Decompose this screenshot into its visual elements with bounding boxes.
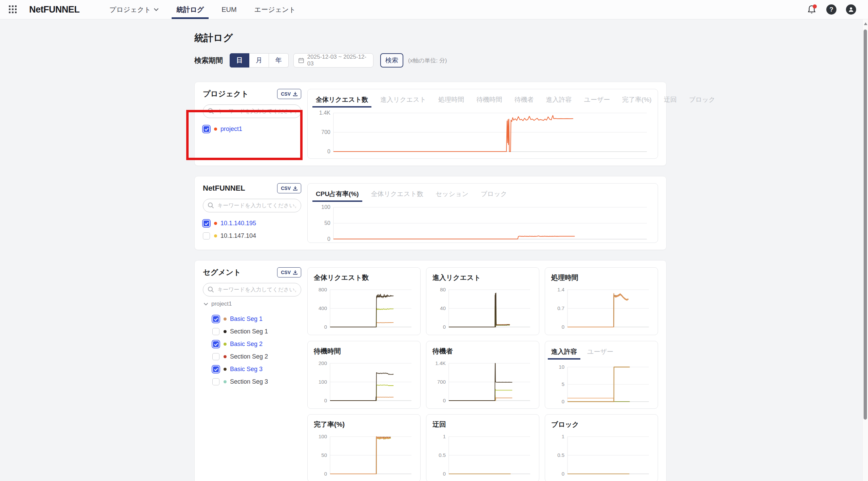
segment-chart-card-waiting-users: 待機者 07001.4K — [426, 341, 539, 409]
segment-list-item[interactable]: Section Seg 1 — [212, 325, 301, 338]
series-color-dot — [224, 318, 227, 321]
tab-block[interactable]: ブロック — [689, 94, 715, 110]
segment-list-column: セグメント CSV project1 Basic Seg 1 — [203, 267, 301, 481]
segment-chart-card-process-time: 処理時間 00.71.4 — [545, 267, 658, 335]
nav-item-eum[interactable]: EUM — [221, 0, 236, 19]
nav-item-label: エージェント — [254, 5, 296, 14]
date-range-value: 2025-12-03 ~ 2025-12-03 — [307, 54, 368, 67]
tab-wait-time[interactable]: 待機時間 — [476, 94, 502, 110]
period-month-button[interactable]: 月 — [249, 53, 269, 68]
tab-total-requests[interactable]: 全体リクエスト数 — [371, 188, 423, 204]
tab-session[interactable]: セッション — [436, 188, 468, 204]
segment-list-item[interactable]: Basic Seg 1 — [212, 313, 301, 325]
segment-chart-card-total-requests: 全体リクエスト数 0400800 — [307, 267, 421, 335]
checkbox-checked[interactable] — [203, 220, 210, 227]
svg-text:1.4K: 1.4K — [435, 360, 446, 366]
project-chart-tabs: 全体リクエスト数 進入リクエスト 処理時間 待機時間 待機者 進入許容 ユーザー… — [316, 94, 650, 110]
segment-search-input[interactable] — [203, 283, 301, 296]
chart-title: 進入リクエスト — [432, 273, 533, 282]
segment-chart-card-completion-rate: 完了率(%) 050100 — [307, 414, 421, 481]
tab-total-requests[interactable]: 全体リクエスト数 — [316, 94, 368, 110]
checkbox-unchecked[interactable] — [203, 232, 210, 239]
search-icon — [208, 202, 214, 209]
server-label: 10.1.140.195 — [220, 220, 256, 227]
svg-text:100: 100 — [319, 434, 327, 439]
tab-entry-allowed[interactable]: 進入許容 — [551, 347, 577, 361]
segment-chart-card-block: ブロック 00.51 — [545, 414, 658, 481]
checkbox-checked[interactable] — [212, 366, 219, 373]
series-color-dot — [224, 343, 227, 346]
tab-process-time[interactable]: 処理時間 — [438, 94, 464, 110]
netfunnel-csv-download-button[interactable]: CSV — [277, 183, 301, 193]
csv-label: CSV — [281, 91, 291, 97]
search-icon — [208, 108, 214, 114]
tab-users[interactable]: ユーザー — [587, 347, 613, 361]
tab-bypass[interactable]: 迂回 — [664, 94, 677, 110]
project-chart-card: 全体リクエスト数 進入リクエスト 処理時間 待機時間 待機者 進入許容 ユーザー… — [307, 89, 658, 159]
nav-item-statistics-log[interactable]: 統計ログ — [176, 0, 204, 19]
checkbox-checked[interactable] — [203, 126, 210, 133]
project-search-input[interactable] — [203, 104, 301, 118]
notifications-bell-icon[interactable] — [806, 4, 817, 15]
date-range-input[interactable]: 2025-12-03 ~ 2025-12-03 — [293, 53, 373, 68]
segment-chart-card-entry-allowed: 進入許容 ユーザー 0510 — [545, 341, 658, 409]
search-button[interactable]: 検索 — [380, 53, 403, 68]
segment-label: Section Seg 1 — [230, 328, 268, 335]
search-period-row: 検索期間 日 月 年 2025-12-03 ~ 2025-12-03 検索 (x… — [194, 53, 667, 68]
checkbox-unchecked[interactable] — [212, 378, 219, 385]
segment-csv-download-button[interactable]: CSV — [277, 267, 301, 277]
scrollbar-thumb[interactable] — [864, 30, 867, 420]
scrollbar-up-arrow[interactable] — [864, 22, 867, 25]
period-day-button[interactable]: 日 — [230, 53, 249, 68]
chart-title: 処理時間 — [551, 273, 652, 282]
nav-item-label: プロジェクト — [110, 5, 151, 14]
download-icon — [293, 92, 297, 96]
checkbox-checked[interactable] — [212, 341, 219, 348]
checkbox-unchecked[interactable] — [212, 353, 219, 360]
search-period-label: 検索期間 — [194, 56, 223, 65]
svg-text:80: 80 — [440, 287, 446, 292]
account-icon[interactable] — [846, 4, 856, 15]
segment-tree-parent[interactable]: project1 — [204, 301, 301, 307]
svg-text:0: 0 — [562, 399, 564, 404]
series-color-dot — [214, 128, 217, 131]
project-list-column: プロジェクト CSV project1 — [203, 89, 301, 159]
nav-item-project[interactable]: プロジェクト — [110, 0, 159, 19]
help-icon[interactable]: ? — [826, 4, 837, 15]
tab-users[interactable]: ユーザー — [584, 94, 610, 110]
entry-allowed-tabs: 進入許容 ユーザー — [551, 347, 652, 361]
tab-cpu-usage[interactable]: CPU占有率(%) — [316, 188, 359, 204]
page-scrollbar[interactable] — [862, 19, 868, 481]
netfunnel-chart-card: CPU占有率(%) 全体リクエスト数 セッション ブロック 050100 — [307, 183, 658, 243]
csv-label: CSV — [281, 186, 291, 191]
svg-text:40: 40 — [440, 305, 446, 311]
segment-list-item[interactable]: Basic Seg 3 — [212, 363, 301, 376]
nav-item-agent[interactable]: エージェント — [254, 0, 296, 19]
segment-list-item[interactable]: Section Seg 3 — [212, 376, 301, 388]
project-list-item[interactable]: project1 — [203, 123, 301, 135]
tab-entry-allowed[interactable]: 進入許容 — [546, 94, 572, 110]
checkbox-unchecked[interactable] — [212, 328, 219, 335]
tab-entry-requests[interactable]: 進入リクエスト — [380, 94, 426, 110]
netfunnel-list-item[interactable]: 10.1.140.195 — [203, 217, 301, 230]
checkbox-checked[interactable] — [212, 315, 219, 323]
series-color-dot — [224, 368, 227, 371]
svg-text:5: 5 — [562, 381, 564, 387]
tab-waiting-users[interactable]: 待機者 — [514, 94, 534, 110]
project-csv-download-button[interactable]: CSV — [277, 89, 301, 99]
segment-list-item[interactable]: Basic Seg 2 — [212, 338, 301, 350]
netfunnel-search-input[interactable] — [203, 199, 301, 212]
tab-completion-rate[interactable]: 完了率(%) — [622, 94, 652, 110]
segment-wait-time-chart: 0100200 — [314, 360, 414, 405]
segment-label: Basic Seg 1 — [230, 315, 263, 323]
netfunnel-list-item[interactable]: 10.1.147.104 — [203, 230, 301, 242]
period-year-button[interactable]: 年 — [269, 53, 289, 68]
segment-list: Basic Seg 1 Section Seg 1 Basic Seg 2 Se… — [212, 313, 301, 388]
svg-text:50: 50 — [321, 452, 327, 458]
apps-grid-icon[interactable] — [9, 5, 17, 14]
calendar-icon — [298, 57, 304, 63]
tab-block[interactable]: ブロック — [481, 188, 507, 204]
segment-list-item[interactable]: Section Seg 2 — [212, 350, 301, 363]
segment-charts-grid: 全体リクエスト数 0400800 進入リクエスト 04080 処理時間 00.7… — [307, 267, 658, 481]
segment-label: Section Seg 3 — [230, 378, 268, 385]
